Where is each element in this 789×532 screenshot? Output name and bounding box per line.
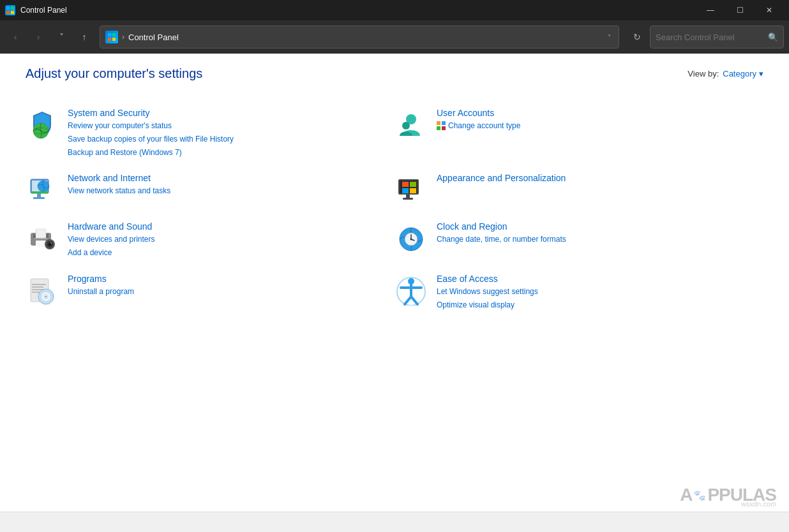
svg-rect-31 xyxy=(403,198,413,200)
system-security-name[interactable]: System and Security xyxy=(68,108,234,118)
svg-rect-14 xyxy=(442,121,446,125)
svg-rect-26 xyxy=(402,182,409,187)
hardware-sound-link-2[interactable]: Add a device xyxy=(68,248,155,258)
network-internet-link-1[interactable]: View network status and tasks xyxy=(68,186,170,196)
change-account-icon xyxy=(437,121,446,130)
ease-of-access-link-2[interactable]: Optimize visual display xyxy=(437,300,538,311)
clock-region-text: Clock and Region Change date, time, or n… xyxy=(437,221,566,245)
svg-line-60 xyxy=(405,297,411,304)
window-title: Control Panel xyxy=(20,6,67,15)
view-by-dropdown[interactable]: Category ▾ xyxy=(723,69,763,78)
svg-point-12 xyxy=(402,122,410,129)
view-by-value-text: Category xyxy=(723,69,756,78)
appearance-name[interactable]: Appearance and Personalization xyxy=(437,173,566,183)
page-header: Adjust your computer's settings View by:… xyxy=(26,66,763,81)
programs-link-1[interactable]: Uninstall a program xyxy=(68,286,134,297)
address-separator: › xyxy=(122,33,124,41)
user-accounts-text: User Accounts Change account type xyxy=(437,108,520,131)
categories-grid: System and Security Review your computer… xyxy=(26,100,763,318)
svg-rect-50 xyxy=(32,286,43,288)
category-user-accounts[interactable]: User Accounts Change account type xyxy=(395,100,763,165)
svg-rect-5 xyxy=(112,33,116,36)
ease-of-access-text: Ease of Access Let Windows suggest setti… xyxy=(437,274,538,311)
refresh-button[interactable]: ↻ xyxy=(627,27,647,47)
clock-region-name[interactable]: Clock and Region xyxy=(437,221,566,232)
user-accounts-icon xyxy=(395,108,428,141)
address-bar[interactable]: › Control Panel ˅ xyxy=(100,26,619,48)
svg-rect-6 xyxy=(108,38,111,41)
svg-rect-22 xyxy=(33,197,45,199)
hardware-sound-name[interactable]: Hardware and Sound xyxy=(68,221,155,232)
network-internet-icon xyxy=(26,173,59,206)
title-bar: Control Panel — ☐ ✕ xyxy=(0,0,789,20)
close-button[interactable]: ✕ xyxy=(755,0,784,20)
category-clock-region[interactable]: Clock and Region Change date, time, or n… xyxy=(395,214,763,266)
category-system-security[interactable]: System and Security Review your computer… xyxy=(26,100,395,165)
clock-region-link-1[interactable]: Change date, time, or number formats xyxy=(437,234,566,245)
user-accounts-name[interactable]: User Accounts xyxy=(437,108,520,118)
svg-rect-36 xyxy=(36,240,46,247)
svg-rect-15 xyxy=(437,126,440,130)
programs-icon xyxy=(26,274,59,307)
search-bar[interactable]: 🔍 xyxy=(650,26,784,48)
page-title: Adjust your computer's settings xyxy=(26,66,202,81)
svg-rect-7 xyxy=(112,38,116,41)
ease-of-access-icon xyxy=(395,274,428,307)
network-internet-name[interactable]: Network and Internet xyxy=(68,173,170,183)
system-security-link-2[interactable]: Save backup copies of your files with Fi… xyxy=(68,134,234,145)
svg-rect-29 xyxy=(410,188,416,193)
category-network-internet[interactable]: Network and Internet View network status… xyxy=(26,165,395,214)
recent-locations-button[interactable]: ˅ xyxy=(51,27,71,47)
svg-rect-13 xyxy=(437,121,440,125)
hardware-sound-link-1[interactable]: View devices and printers xyxy=(68,234,155,245)
svg-rect-2 xyxy=(6,11,10,14)
svg-rect-30 xyxy=(406,195,410,198)
forward-button[interactable]: › xyxy=(28,27,49,47)
svg-rect-3 xyxy=(11,11,14,14)
programs-text: Programs Uninstall a program xyxy=(68,274,134,297)
view-by-label: View by: xyxy=(688,69,719,78)
user-accounts-link-1[interactable]: Change account type xyxy=(448,121,520,131)
watermark-paw: 🐾 xyxy=(693,489,706,501)
svg-rect-28 xyxy=(402,188,409,193)
ease-of-access-link-1[interactable]: Let Windows suggest settings xyxy=(437,286,538,297)
category-ease-of-access[interactable]: Ease of Access Let Windows suggest setti… xyxy=(395,266,763,318)
up-button[interactable]: ↑ xyxy=(74,27,94,47)
svg-line-61 xyxy=(411,297,417,304)
search-input[interactable] xyxy=(656,33,764,42)
system-security-link-1[interactable]: Review your computer's status xyxy=(68,121,234,131)
category-appearance[interactable]: Appearance and Personalization xyxy=(395,165,763,214)
watermark-text: A xyxy=(680,485,692,505)
svg-point-56 xyxy=(45,295,47,297)
maximize-button[interactable]: ☐ xyxy=(725,0,755,20)
title-bar-left: Control Panel xyxy=(5,5,67,15)
appearance-text: Appearance and Personalization xyxy=(437,173,566,183)
system-security-icon xyxy=(26,108,59,141)
svg-rect-16 xyxy=(442,126,446,130)
back-button[interactable]: ‹ xyxy=(5,27,26,47)
svg-rect-4 xyxy=(108,33,111,36)
appearance-icon xyxy=(395,173,428,206)
system-security-link-3[interactable]: Backup and Restore (Windows 7) xyxy=(68,147,234,158)
search-icon: 🔍 xyxy=(768,33,778,42)
clock-region-icon xyxy=(395,221,428,255)
svg-point-40 xyxy=(50,242,52,244)
svg-rect-49 xyxy=(32,284,46,285)
view-by-chevron-icon: ▾ xyxy=(759,69,763,78)
control-panel-icon xyxy=(5,5,15,15)
svg-rect-35 xyxy=(36,229,46,238)
watermark-site: wsxdn.com xyxy=(741,498,776,509)
svg-rect-1 xyxy=(11,6,14,10)
hardware-sound-icon xyxy=(26,221,59,255)
address-dropdown-button[interactable]: ˅ xyxy=(605,31,613,43)
view-by: View by: Category ▾ xyxy=(688,69,763,78)
programs-name[interactable]: Programs xyxy=(68,274,134,284)
category-programs[interactable]: Programs Uninstall a program xyxy=(26,266,395,318)
network-internet-text: Network and Internet View network status… xyxy=(68,173,170,196)
category-hardware-sound[interactable]: Hardware and Sound View devices and prin… xyxy=(26,214,395,266)
main-content: Adjust your computer's settings View by:… xyxy=(0,54,789,512)
svg-point-47 xyxy=(410,239,412,240)
system-security-text: System and Security Review your computer… xyxy=(68,108,234,158)
ease-of-access-name[interactable]: Ease of Access xyxy=(437,274,538,284)
minimize-button[interactable]: — xyxy=(696,0,725,20)
